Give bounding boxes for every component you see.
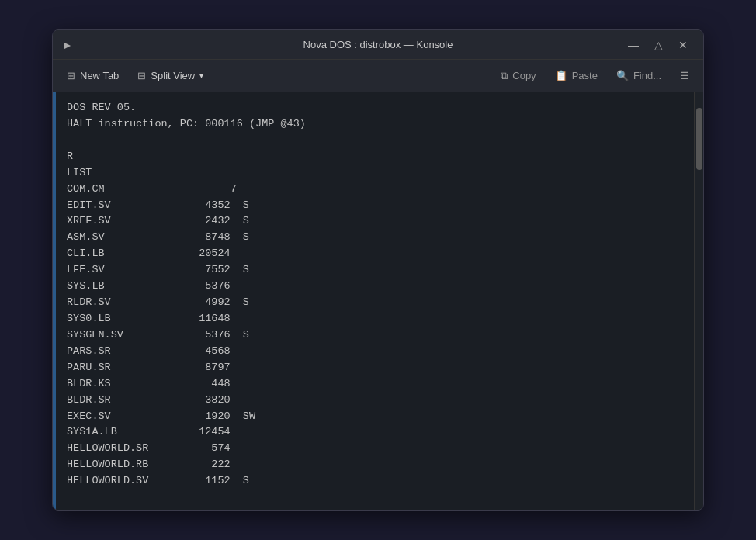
copy-button[interactable]: ⧉ Copy [493,66,543,86]
paste-label: Paste [572,70,598,81]
content-area: DOS REV 05. HALT instruction, PC: 000116… [53,92,703,510]
chevron-down-icon: ▾ [199,71,203,80]
copy-icon: ⧉ [501,70,508,82]
scrollbar-track[interactable] [694,92,703,510]
close-button[interactable]: ✕ [672,34,694,56]
paste-icon: 📋 [555,70,567,81]
search-icon: 🔍 [616,70,629,81]
titlebar-left: ► [62,39,73,51]
split-view-icon: ⊟ [137,70,146,81]
minimize-button[interactable]: — [622,34,644,56]
terminal-window: ► Nova DOS : distrobox — Konsole — △ ✕ ⊞… [52,29,704,511]
toolbar: ⊞ New Tab ⊟ Split View ▾ ⧉ Copy 📋 Paste … [53,60,703,92]
split-view-label: Split View [151,70,195,81]
window-title: Nova DOS : distrobox — Konsole [303,39,453,50]
maximize-button[interactable]: △ [647,34,669,56]
minimize-icon: — [628,39,639,51]
new-tab-button[interactable]: ⊞ New Tab [59,66,127,85]
maximize-icon: △ [654,39,663,51]
copy-label: Copy [512,70,536,81]
split-view-button[interactable]: ⊟ Split View ▾ [130,66,211,85]
scrollbar-thumb[interactable] [696,108,702,170]
hamburger-icon: ☰ [680,70,689,81]
close-icon: ✕ [678,39,688,51]
titlebar-controls: — △ ✕ [622,34,694,56]
toolbar-right: ⧉ Copy 📋 Paste 🔍 Find... ☰ [493,66,697,86]
titlebar: ► Nova DOS : distrobox — Konsole — △ ✕ [53,30,703,60]
find-button[interactable]: 🔍 Find... [609,66,669,85]
menu-button[interactable]: ☰ [672,66,697,85]
new-tab-icon: ⊞ [67,70,75,81]
paste-button[interactable]: 📋 Paste [547,66,605,85]
terminal-icon: ► [62,39,73,51]
find-label: Find... [633,70,661,81]
terminal-output[interactable]: DOS REV 05. HALT instruction, PC: 000116… [56,92,694,510]
new-tab-label: New Tab [80,70,119,81]
